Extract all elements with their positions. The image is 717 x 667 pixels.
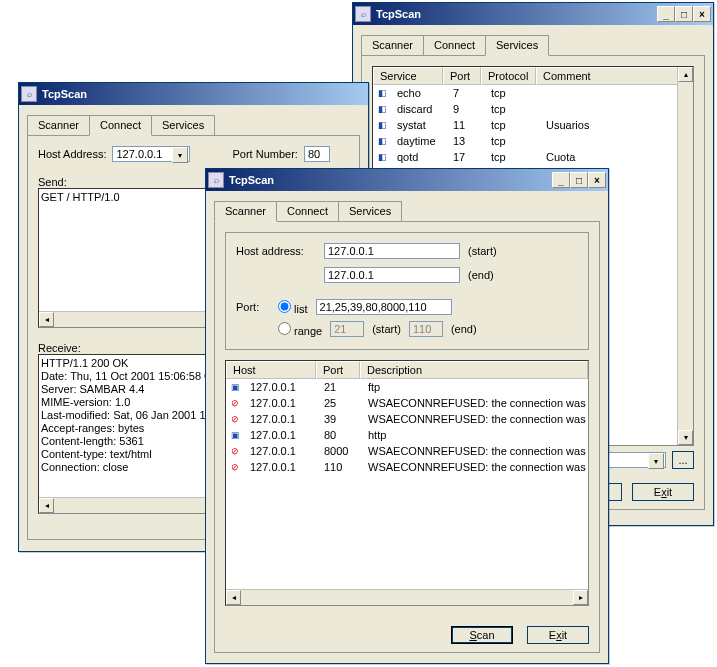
host-end-input[interactable] [324,267,460,283]
host-address-label: Host address: [236,245,316,257]
browse-button[interactable]: ... [672,451,694,469]
table-row[interactable]: ◧daytime13tcp [373,133,693,149]
table-row[interactable]: ◧discard9tcp [373,101,693,117]
cell-comment: Usuarios [540,119,693,131]
col-comment[interactable]: Comment [536,67,693,85]
cell-protocol: tcp [485,151,540,163]
scroll-left-button[interactable]: ◂ [226,590,241,605]
cell-port: 110 [318,461,362,473]
exit-button[interactable]: Exit [527,626,589,644]
tab-services[interactable]: Services [151,115,215,136]
scroll-up-button[interactable]: ▴ [678,67,693,82]
app-icon: ⌕ [208,172,224,188]
scrollbar-horizontal[interactable]: ◂ ▸ [226,589,588,605]
col-host[interactable]: Host [226,361,316,379]
table-row[interactable]: ◧systat11tcpUsuarios [373,117,693,133]
table-row[interactable]: ◧qotd17tcpCuota [373,149,693,165]
scroll-left-button[interactable]: ◂ [39,498,54,513]
tab-connect[interactable]: Connect [276,201,339,222]
cell-host: 127.0.0.1 [244,397,318,409]
end-hint: (end) [468,269,494,281]
table-row[interactable]: ◧echo7tcp [373,85,693,101]
maximize-button[interactable]: □ [675,6,693,22]
app-icon: ⌕ [355,6,371,22]
tab-scanner[interactable]: Scanner [214,201,277,222]
cell-description: WSAECONNREFUSED: the connection was refu [362,413,588,425]
titlebar: ⌕ TcpScan _ □ × [206,169,608,191]
services-combo[interactable] [606,452,666,468]
port-list-input[interactable] [316,299,452,315]
host-address-combo[interactable] [112,146,190,162]
port-mode-list-radio[interactable]: list [278,300,308,315]
port-open-icon: ▣ [228,428,242,442]
tab-scanner[interactable]: Scanner [27,115,90,136]
tabs: Scanner Connect Services [361,35,705,56]
cell-description: WSAECONNREFUSED: the connection was refu [362,397,588,409]
cell-protocol: tcp [485,87,540,99]
tab-connect[interactable]: Connect [89,115,152,136]
cell-service: qotd [391,151,447,163]
host-start-input[interactable] [324,243,460,259]
cell-host: 127.0.0.1 [244,445,318,457]
scroll-right-button[interactable]: ▸ [573,590,588,605]
cell-host: 127.0.0.1 [244,413,318,425]
service-icon: ◧ [375,118,389,132]
port-range-start-input[interactable] [330,321,364,337]
port-mode-range-radio[interactable]: range [278,322,322,337]
scroll-down-button[interactable]: ▾ [678,430,693,445]
cell-description: WSAECONNREFUSED: the connection was refu [362,445,588,457]
scroll-left-button[interactable]: ◂ [39,312,54,327]
scrollbar-vertical[interactable]: ▴ ▾ [677,67,693,445]
cell-port: 21 [318,381,362,393]
col-description[interactable]: Description [360,361,588,379]
port-refused-icon: ⊘ [228,460,242,474]
port-range-end-input[interactable] [409,321,443,337]
col-port[interactable]: Port [316,361,360,379]
cell-host: 127.0.0.1 [244,461,318,473]
cell-port: 25 [318,397,362,409]
port-label: Port: [236,301,270,313]
cell-protocol: tcp [485,119,540,131]
port-number-input[interactable] [304,146,330,162]
close-button[interactable]: × [588,172,606,188]
tab-connect[interactable]: Connect [423,35,486,56]
cell-port: 39 [318,413,362,425]
tab-scanner[interactable]: Scanner [361,35,424,56]
port-refused-icon: ⊘ [228,396,242,410]
cell-port: 17 [447,151,485,163]
maximize-button[interactable]: □ [570,172,588,188]
window-title: TcpScan [227,174,549,186]
table-row[interactable]: ⊘127.0.0.139WSAECONNREFUSED: the connect… [226,411,588,427]
cell-service: daytime [391,135,447,147]
col-port[interactable]: Port [443,67,481,85]
port-open-icon: ▣ [228,380,242,394]
port-refused-icon: ⊘ [228,444,242,458]
table-row[interactable]: ▣127.0.0.180http [226,427,588,443]
minimize-button[interactable]: _ [552,172,570,188]
table-row[interactable]: ▣127.0.0.121ftp [226,379,588,395]
scan-results-listview[interactable]: Host Port Description ▣127.0.0.121ftp⊘12… [225,360,589,606]
port-number-label: Port Number: [232,148,297,160]
port-refused-icon: ⊘ [228,412,242,426]
col-protocol[interactable]: Protocol [481,67,536,85]
table-row[interactable]: ⊘127.0.0.18000WSAECONNREFUSED: the conne… [226,443,588,459]
table-row[interactable]: ⊘127.0.0.1110WSAECONNREFUSED: the connec… [226,459,588,475]
col-service[interactable]: Service [373,67,443,85]
cell-host: 127.0.0.1 [244,429,318,441]
service-icon: ◧ [375,150,389,164]
titlebar: ⌕ TcpScan _ □ × [353,3,713,25]
scan-button[interactable]: Scan [451,626,513,644]
window-scanner: ⌕ TcpScan _ □ × Scanner Connect Services… [205,168,609,664]
window-title: TcpScan [374,8,654,20]
table-row[interactable]: ⊘127.0.0.125WSAECONNREFUSED: the connect… [226,395,588,411]
service-icon: ◧ [375,86,389,100]
tab-services[interactable]: Services [485,35,549,56]
exit-button[interactable]: Exit [632,483,694,501]
tab-services[interactable]: Services [338,201,402,222]
cell-protocol: tcp [485,135,540,147]
cell-port: 8000 [318,445,362,457]
minimize-button[interactable]: _ [657,6,675,22]
service-icon: ◧ [375,134,389,148]
close-button[interactable]: × [693,6,711,22]
titlebar: ⌕ TcpScan [19,83,368,105]
